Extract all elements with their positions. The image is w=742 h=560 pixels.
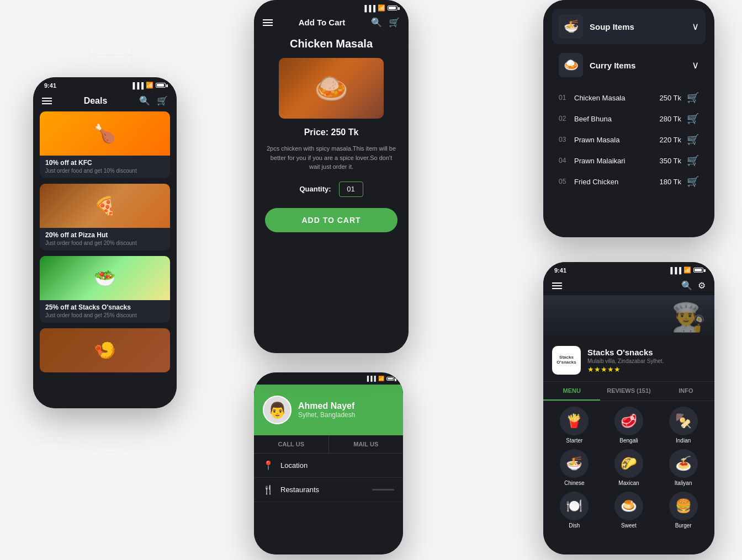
- status-bar-restaurant: 9:41 ▐▐▐ 📶: [543, 262, 714, 276]
- add-cart-icon-5[interactable]: 🛒: [687, 175, 699, 188]
- item-name-5: Fried Chicken: [574, 178, 659, 186]
- restaurant-hero: 👨‍🍳: [543, 295, 714, 339]
- soup-category[interactable]: 🍜 Soup Items ∨: [552, 9, 706, 44]
- mail-us-button[interactable]: MAIL US: [329, 435, 404, 453]
- add-cart-icon-4[interactable]: 🛒: [687, 154, 699, 167]
- tab-reviews[interactable]: REVIEWS (151): [600, 382, 657, 401]
- cart-icon[interactable]: 🛒: [157, 95, 168, 106]
- cart-header: Add To Cart 🔍 🛒: [254, 14, 409, 32]
- curry-category[interactable]: 🍛 Curry Items ∨: [552, 47, 706, 83]
- status-bar-profile: ▐▐▐ 📶: [254, 372, 403, 385]
- hamburger-menu[interactable]: [42, 98, 52, 104]
- restaurant-stars: ★★★★★: [587, 365, 664, 374]
- user-city: Sylhet, Bangladesh: [298, 411, 355, 419]
- search-icon-cart[interactable]: 🔍: [371, 17, 382, 28]
- sweet-icon: 🍮: [614, 492, 643, 520]
- product-title: Chicken Masala: [290, 38, 373, 50]
- dish-label: Dish: [569, 522, 580, 529]
- search-icon[interactable]: 🔍: [139, 95, 150, 106]
- soup-icon: 🍜: [559, 14, 583, 39]
- tab-menu[interactable]: MENU: [543, 382, 600, 401]
- curry-chevron: ∨: [692, 59, 699, 71]
- filter-icon-rest[interactable]: ⚙: [698, 280, 706, 291]
- call-us-button[interactable]: CALL US: [254, 435, 329, 453]
- dish-icon: 🍽️: [560, 492, 589, 520]
- italiyan-label: Italiyan: [675, 480, 692, 486]
- item-price-4: 350 Tk: [659, 157, 681, 165]
- kfc-subtitle: Just order food and get 10% discount: [45, 168, 165, 174]
- menu-item-2[interactable]: 02 Beef Bhuna 280 Tk 🛒: [552, 108, 706, 129]
- add-cart-icon-3[interactable]: 🛒: [687, 134, 699, 146]
- quantity-row: Quantity:: [265, 182, 398, 197]
- search-icon-rest[interactable]: 🔍: [681, 280, 692, 291]
- cart-hamburger[interactable]: [263, 19, 273, 26]
- item-price-2: 280 Tk: [659, 115, 681, 123]
- item-name-4: Prawn Malaikari: [574, 157, 659, 165]
- location-item[interactable]: 📍 Location: [254, 454, 403, 478]
- soup-chevron: ∨: [692, 20, 699, 33]
- maxican-icon: 🌮: [614, 449, 643, 478]
- cart-body: Chicken Masala 🍛 Price: 250 Tk 2pcs chic…: [254, 32, 409, 353]
- cat-sweet[interactable]: 🍮 Sweet: [605, 492, 654, 529]
- stacks-image: 🥗: [40, 256, 170, 300]
- phone-menu: 🍜 Soup Items ∨ 🍛 Curry Items ∨ 01 Chicke…: [543, 0, 714, 237]
- cart-icon-cart[interactable]: 🛒: [389, 17, 400, 28]
- restaurant-details: Stacks O'snacks Mulaib villa, Zindazabar…: [587, 348, 664, 374]
- wifi-cart: 📶: [378, 4, 385, 12]
- restaurant-logo: Stacks O'snacks: [552, 346, 581, 375]
- cat-dish[interactable]: 🍽️ Dish: [550, 492, 599, 529]
- item-price-5: 180 Tk: [659, 178, 681, 186]
- stacks-subtitle: Just order food and get 25% discount: [45, 312, 165, 318]
- menu-item-4[interactable]: 04 Prawn Malaikari 350 Tk 🛒: [552, 150, 706, 171]
- restaurant-header-nav: 🔍 ⚙: [543, 276, 714, 295]
- menu-item-3[interactable]: 03 Prawn Masala 220 Tk 🛒: [552, 129, 706, 150]
- restaurant-info: Stacks O'snacks Stacks O'snacks Mulaib v…: [543, 339, 714, 382]
- menu-item-1[interactable]: 01 Chicken Masala 250 Tk 🛒: [552, 87, 706, 108]
- cat-maxican[interactable]: 🌮 Maxican: [605, 449, 654, 486]
- restaurants-icon: 🍴: [263, 484, 274, 495]
- deals-header: Deals 🔍 🛒: [33, 91, 177, 111]
- pizza-image: 🍕: [40, 184, 170, 228]
- deal-card-partial[interactable]: 🍤: [40, 328, 170, 372]
- location-label: Location: [280, 461, 308, 470]
- restaurant-hamburger[interactable]: [552, 282, 562, 289]
- deals-header-icons: 🔍 🛒: [139, 95, 168, 106]
- deal-info-kfc: 10% off at KFC Just order food and get 1…: [40, 156, 170, 178]
- product-price: Price: 250 Tk: [304, 127, 359, 137]
- pizza-subtitle: Just order food and get 20% discount: [45, 240, 165, 246]
- cat-indian[interactable]: 🍢 Indian: [659, 407, 708, 444]
- menu-item-5[interactable]: 05 Fried Chicken 180 Tk 🛒: [552, 171, 706, 192]
- item-name-2: Beef Bhuna: [574, 115, 659, 123]
- item-num-1: 01: [559, 94, 574, 102]
- restaurant-name: Stacks O'snacks: [587, 348, 664, 357]
- cat-bengali[interactable]: 🥩 Bengali: [605, 407, 654, 444]
- cat-burger[interactable]: 🍔 Burger: [659, 492, 708, 529]
- battery-icon: [156, 83, 166, 88]
- phone-profile: ▐▐▐ 📶 👨 Ahmed Nayef Sylhet, Bangladesh C…: [254, 372, 403, 554]
- partial-image: 🍤: [40, 328, 170, 372]
- quantity-input[interactable]: [339, 182, 363, 197]
- cart-header-icons: 🔍 🛒: [371, 17, 400, 28]
- profile-header: 👨 Ahmed Nayef Sylhet, Bangladesh: [254, 385, 403, 435]
- curry-icon: 🍛: [559, 53, 583, 77]
- restaurant-address: Mulaib villa, Zindazabar Sylhet.: [587, 358, 664, 364]
- item-price-3: 220 Tk: [659, 136, 681, 144]
- tab-info[interactable]: INFO: [658, 382, 714, 401]
- deal-card-pizza[interactable]: 🍕 20% off at Pizza Hut Just order food a…: [40, 184, 170, 250]
- add-cart-icon-2[interactable]: 🛒: [687, 113, 699, 125]
- cat-starter[interactable]: 🍟 Starter: [550, 407, 599, 444]
- battery-rest: [693, 268, 703, 273]
- status-bar-cart: ▐▐▐ 📶: [254, 0, 409, 14]
- add-cart-icon-1[interactable]: 🛒: [687, 92, 699, 104]
- deal-info-stacks: 25% off at Stacks O'snacks Just order fo…: [40, 300, 170, 323]
- chinese-icon: 🍜: [560, 449, 589, 478]
- deal-card-stacks[interactable]: 🥗 25% off at Stacks O'snacks Just order …: [40, 256, 170, 323]
- cat-italiyan[interactable]: 🍝 Italiyan: [659, 449, 708, 486]
- restaurants-item[interactable]: 🍴 Restaurants: [254, 478, 403, 502]
- deal-card-kfc[interactable]: 🍗 10% off at KFC Just order food and get…: [40, 111, 170, 178]
- cat-chinese[interactable]: 🍜 Chinese: [550, 449, 599, 486]
- add-to-cart-button[interactable]: ADD TO CART: [265, 208, 398, 232]
- signal-profile: ▐▐▐: [365, 376, 376, 381]
- menu-items-list: 01 Chicken Masala 250 Tk 🛒 02 Beef Bhuna…: [552, 85, 706, 194]
- curry-label: Curry Items: [590, 61, 685, 70]
